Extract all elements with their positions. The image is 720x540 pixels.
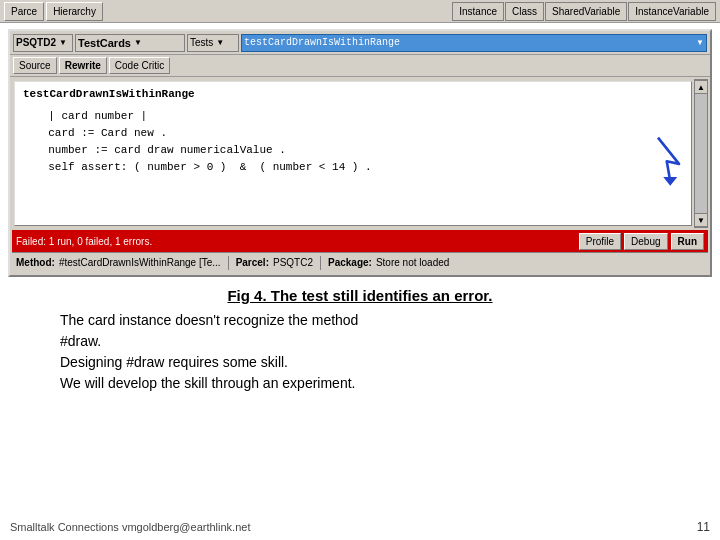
method-dropdown-end-arrow: ▼ bbox=[696, 38, 704, 47]
status-buttons: Profile Debug Run bbox=[579, 233, 704, 250]
status-bar: Failed: 1 run, 0 failed, 1 errors. Profi… bbox=[12, 230, 708, 252]
class-dropdown-arrow: ▼ bbox=[134, 38, 142, 47]
parcel-info-value: PSQTC2 bbox=[273, 257, 313, 268]
caption-area: Fig 4. The test still identifies an erro… bbox=[0, 277, 720, 516]
tests-dropdown-text: Tests bbox=[190, 37, 213, 48]
run-button[interactable]: Run bbox=[671, 233, 704, 250]
info-divider-1 bbox=[228, 256, 229, 270]
code-line-2: card := Card new . bbox=[23, 125, 683, 142]
code-title: testCardDrawnIsWithinRange bbox=[23, 88, 683, 100]
parcel-info-label: Parcel: bbox=[236, 257, 269, 268]
scroll-up-arrow[interactable]: ▲ bbox=[694, 80, 708, 94]
code-line-1: | card number | bbox=[23, 108, 683, 125]
ide-toolbar1: PSQTD2 ▼ TestCards ▼ Tests ▼ testCardDra… bbox=[10, 31, 710, 55]
package-info-value: Store not loaded bbox=[376, 257, 449, 268]
slide-container: Parce Hierarchy Instance Class SharedVar… bbox=[0, 0, 720, 540]
blue-arrow-annotation bbox=[651, 132, 686, 187]
method-dropdown-text: testCardDrawnIsWithinRange bbox=[244, 37, 400, 48]
caption-title: Fig 4. The test still identifies an erro… bbox=[60, 287, 660, 304]
profile-button[interactable]: Profile bbox=[579, 233, 621, 250]
package-info-label: Package: bbox=[328, 257, 372, 268]
info-bar: Method: #testCardDrawnIsWithinRange [Te.… bbox=[12, 252, 708, 272]
top-nav: Parce Hierarchy Instance Class SharedVar… bbox=[0, 0, 720, 23]
info-divider-2 bbox=[320, 256, 321, 270]
ide-window: PSQTD2 ▼ TestCards ▼ Tests ▼ testCardDra… bbox=[8, 29, 712, 277]
parce-button[interactable]: Parce bbox=[4, 2, 44, 21]
source-button[interactable]: Source bbox=[13, 57, 57, 74]
hierarchy-button[interactable]: Hierarchy bbox=[46, 2, 103, 21]
code-critic-button[interactable]: Code Critic bbox=[109, 57, 170, 74]
code-line-3: number := card draw numericalValue . bbox=[23, 142, 683, 159]
code-area[interactable]: testCardDrawnIsWithinRange | card number… bbox=[14, 81, 692, 226]
method-info-value: #testCardDrawnIsWithinRange [Te... bbox=[59, 257, 221, 268]
ide-toolbar2: Source Rewrite Code Critic bbox=[10, 55, 710, 77]
module-dropdown-arrow: ▼ bbox=[59, 38, 67, 47]
code-scrollbar[interactable]: ▲ ▼ bbox=[694, 79, 708, 228]
tests-dropdown[interactable]: Tests ▼ bbox=[187, 34, 239, 52]
instance-button[interactable]: Instance bbox=[452, 2, 504, 21]
shared-variable-button[interactable]: SharedVariable bbox=[545, 2, 627, 21]
method-dropdown[interactable]: testCardDrawnIsWithinRange ▼ bbox=[241, 34, 707, 52]
module-dropdown[interactable]: PSQTD2 ▼ bbox=[13, 34, 73, 52]
rewrite-button[interactable]: Rewrite bbox=[59, 57, 107, 74]
code-wrapper: testCardDrawnIsWithinRange | card number… bbox=[12, 79, 708, 228]
code-line-4: self assert: ( number > 0 ) & ( number <… bbox=[23, 159, 683, 176]
class-dropdown[interactable]: TestCards ▼ bbox=[75, 34, 185, 52]
module-dropdown-text: PSQTD2 bbox=[16, 37, 56, 48]
svg-marker-0 bbox=[663, 177, 677, 186]
scroll-down-arrow[interactable]: ▼ bbox=[694, 213, 708, 227]
footer-left: Smalltalk Connections vmgoldberg@earthli… bbox=[10, 521, 250, 533]
scrollbar-track bbox=[695, 94, 707, 213]
caption-line1: The card instance doesn't recognize the … bbox=[60, 310, 660, 394]
class-button[interactable]: Class bbox=[505, 2, 544, 21]
debug-button[interactable]: Debug bbox=[624, 233, 667, 250]
method-info-label: Method: bbox=[16, 257, 55, 268]
footer: Smalltalk Connections vmgoldberg@earthli… bbox=[0, 516, 720, 540]
footer-page: 11 bbox=[697, 520, 710, 534]
class-dropdown-text: TestCards bbox=[78, 37, 131, 49]
tests-dropdown-arrow: ▼ bbox=[216, 38, 224, 47]
status-message: Failed: 1 run, 0 failed, 1 errors. bbox=[16, 236, 152, 247]
instance-variable-button[interactable]: InstanceVariable bbox=[628, 2, 716, 21]
